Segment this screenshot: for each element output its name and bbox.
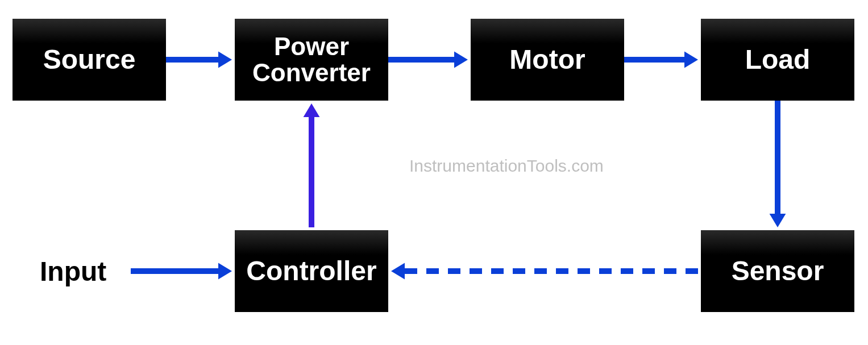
block-source: Source xyxy=(13,19,166,101)
arrow-power-to-motor xyxy=(388,52,468,68)
svg-marker-3 xyxy=(454,52,468,68)
block-power-converter: PowerConverter xyxy=(235,19,388,101)
svg-marker-13 xyxy=(218,263,232,280)
block-sensor-label: Sensor xyxy=(732,257,824,285)
block-motor: Motor xyxy=(471,19,624,101)
block-sensor: Sensor xyxy=(701,230,854,312)
svg-marker-7 xyxy=(770,214,786,227)
arrow-source-to-power xyxy=(166,52,232,68)
svg-marker-5 xyxy=(684,52,698,68)
input-label: Input xyxy=(40,256,106,287)
svg-marker-11 xyxy=(304,103,320,117)
arrow-motor-to-load xyxy=(624,52,698,68)
block-load: Load xyxy=(701,19,854,101)
arrow-sensor-to-controller xyxy=(391,263,698,280)
svg-marker-9 xyxy=(391,263,405,280)
block-controller-label: Controller xyxy=(246,257,376,285)
block-load-label: Load xyxy=(745,45,811,74)
watermark-text: InstrumentationTools.com xyxy=(409,156,604,176)
block-power-converter-label: PowerConverter xyxy=(252,34,371,86)
block-controller: Controller xyxy=(235,230,388,312)
arrow-controller-to-power xyxy=(304,103,320,227)
svg-marker-1 xyxy=(218,52,232,68)
block-source-label: Source xyxy=(43,45,136,74)
block-motor-label: Motor xyxy=(509,45,585,74)
arrow-load-to-sensor xyxy=(770,101,786,227)
arrow-input-to-controller xyxy=(131,263,232,280)
